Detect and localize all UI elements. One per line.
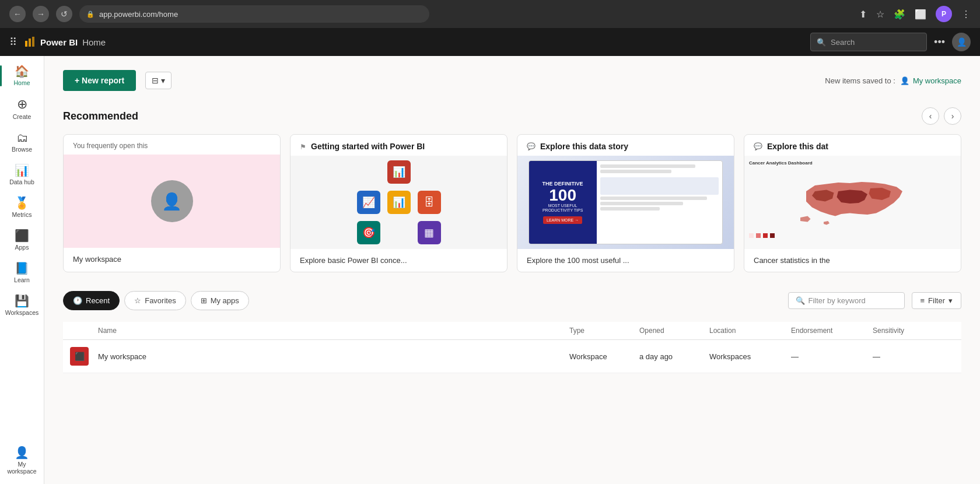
workspace-name: My workspace <box>913 76 961 85</box>
forward-button[interactable]: → <box>33 6 49 22</box>
browser-chrome: ← → ↺ 🔒 app.powerbi.com/home ⬆ ☆ 🧩 ⬜ P ⋮ <box>0 0 980 28</box>
sidebar-item-create[interactable]: ⊕ Create <box>2 93 42 125</box>
filter-group: 🔍 Filter by keyword ≡ Filter ▾ <box>788 292 961 309</box>
main-layout: 🏠 Home ⊕ Create 🗂 Browse 📊 Data hub 🏅 Me… <box>0 56 980 484</box>
sidebar-label-myworkspace: My workspace <box>5 461 40 475</box>
browser-actions: ⬆ ☆ 🧩 ⬜ P ⋮ <box>859 6 971 22</box>
pbi-icons-thumbnail: 📊 📈 📊 🗄 🎯 ▦ <box>290 156 507 249</box>
svg-rect-2 <box>32 37 34 47</box>
row-endorsement: — <box>791 352 873 361</box>
bookmark-icon[interactable]: ☆ <box>876 9 884 20</box>
card-title-cancer: Cancer statistics in the <box>744 249 961 272</box>
browser-profile-avatar[interactable]: P <box>936 6 952 22</box>
tab-recent[interactable]: 🕐 Recent <box>63 291 120 310</box>
layout-chevron-icon: ▾ <box>161 76 165 85</box>
story-doc: THE DEFINITIVE 100 MOST USEFULPRODUCTIVI… <box>528 160 723 244</box>
browser-menu-icon[interactable]: ⋮ <box>961 9 971 20</box>
sidebar-item-myworkspace[interactable]: 👤 My workspace <box>2 442 42 479</box>
apps-icon: ⬛ <box>15 230 29 241</box>
col-header-sensitivity: Sensitivity <box>873 327 954 335</box>
sidebar-label-workspaces: Workspaces <box>5 309 39 316</box>
card-cancer-stats[interactable]: 💬 Explore this dat Cancer Analytics Dash… <box>744 134 961 272</box>
page-name: Home <box>82 37 106 47</box>
search-icon: 🔍 <box>817 38 826 47</box>
app-brand: Power BI Home <box>24 36 106 48</box>
card-tag-text-story: Explore this data story <box>540 142 628 151</box>
pbi-data-icon: 🗄 <box>418 191 441 214</box>
main-content: + New report ⊟ ▾ New items saved to : 👤 … <box>44 56 980 484</box>
cancer-thumb-bg: Cancer Analytics Dashboard <box>744 156 961 249</box>
filter-search-input[interactable]: 🔍 Filter by keyword <box>788 292 905 309</box>
col-header-location: Location <box>709 327 791 335</box>
person-silhouette-icon: 👤 <box>162 192 182 211</box>
col-header-endorsement: Endorsement <box>791 327 873 335</box>
workspaces-icon: 💾 <box>15 295 29 307</box>
sidebar-item-metrics[interactable]: 🏅 Metrics <box>2 192 42 223</box>
card-my-workspace[interactable]: You frequently open this 👤 My workspace <box>63 134 281 272</box>
layout-toggle-button[interactable]: ⊟ ▾ <box>145 72 172 89</box>
saved-to-area: New items saved to : 👤 My workspace <box>825 76 961 85</box>
layout-grid-icon: ⊟ <box>152 76 159 85</box>
appbar-user-avatar[interactable]: 👤 <box>952 33 971 51</box>
favorites-star-icon: ☆ <box>134 296 141 305</box>
myapps-grid-icon: ⊞ <box>201 296 207 305</box>
pbi-report-icon: 📊 <box>387 160 411 184</box>
learn-icon: 📘 <box>15 262 29 274</box>
sidebar-item-browse[interactable]: 🗂 Browse <box>2 127 42 157</box>
pbi-icon-spacer-1 <box>357 160 380 184</box>
recommended-prev-button[interactable]: ‹ <box>922 107 939 125</box>
cancer-map-thumbnail: Cancer Analytics Dashboard <box>744 156 961 249</box>
back-button[interactable]: ← <box>9 6 26 22</box>
sidebar-item-apps[interactable]: ⬛ Apps <box>2 225 42 255</box>
sidebar-label-apps: Apps <box>15 244 29 251</box>
appbar-more-icon[interactable]: ••• <box>934 36 945 48</box>
sidebar-label-create: Create <box>13 113 32 120</box>
col-header-type: Type <box>569 327 639 335</box>
refresh-button[interactable]: ↺ <box>56 6 72 22</box>
us-map-svg <box>792 168 914 232</box>
window-icon[interactable]: ⬜ <box>915 9 926 20</box>
saved-to-workspace-link[interactable]: 👤 My workspace <box>900 76 961 85</box>
filter-label: Filter <box>928 296 945 305</box>
recommended-title: Recommended <box>63 110 138 122</box>
story-icon: 💬 <box>527 142 536 150</box>
share-icon[interactable]: ⬆ <box>859 9 867 20</box>
card-data-story[interactable]: 💬 Explore this data story THE DEFINITIVE… <box>517 134 734 272</box>
row-name: My workspace <box>98 352 569 361</box>
card-tag-text-pbi: Getting started with Power BI <box>311 142 425 151</box>
saved-to-label: New items saved to : <box>825 76 895 85</box>
new-report-button[interactable]: + New report <box>63 70 136 91</box>
sidebar-item-learn[interactable]: 📘 Learn <box>2 258 42 288</box>
tab-myapps[interactable]: ⊞ My apps <box>191 291 249 310</box>
recommended-next-button[interactable]: › <box>944 107 961 125</box>
filter-button[interactable]: ≡ Filter ▾ <box>912 292 961 309</box>
pbi-bar-icon: 📈 <box>357 191 380 214</box>
sidebar-item-datahub[interactable]: 📊 Data hub <box>2 160 42 190</box>
sidebar-item-home[interactable]: 🏠 Home <box>2 61 42 91</box>
flag-icon: ⚑ <box>300 143 306 151</box>
recommended-cards: You frequently open this 👤 My workspace … <box>63 134 961 272</box>
row-icon-cell: ⬛ <box>70 347 98 366</box>
sidebar-label-home: Home <box>13 79 30 86</box>
extension-icon[interactable]: 🧩 <box>894 9 905 20</box>
pbi-grid-icon: ▦ <box>418 221 441 244</box>
app-grid-icon[interactable]: ⠿ <box>9 36 17 48</box>
sidebar-label-browse: Browse <box>12 146 32 153</box>
myworkspace-icon: 👤 <box>15 447 29 458</box>
sidebar-item-workspaces[interactable]: 💾 Workspaces <box>2 290 42 321</box>
browse-icon: 🗂 <box>16 132 28 143</box>
workspace-thumbnail: 👤 <box>64 155 280 248</box>
search-box[interactable]: 🔍 Search <box>810 33 927 51</box>
table-row[interactable]: ⬛ My workspace Workspace a day ago Works… <box>63 340 961 373</box>
url-bar[interactable]: 🔒 app.powerbi.com/home <box>79 5 429 23</box>
pbi-goals-icon: 🎯 <box>357 221 380 244</box>
recent-clock-icon: 🕐 <box>73 296 82 305</box>
card-tag-pbi: ⚑ Getting started with Power BI <box>290 135 507 156</box>
section-nav: ‹ › <box>922 107 961 125</box>
card-getting-started[interactable]: ⚑ Getting started with Power BI 📊 📈 📊 🗄 <box>290 134 508 272</box>
pbi-column-icon: 📊 <box>387 191 411 214</box>
tab-favorites[interactable]: ☆ Favorites <box>124 291 186 310</box>
filter-search-placeholder: Filter by keyword <box>808 296 866 305</box>
tab-recent-label: Recent <box>86 296 110 305</box>
story-sidebar-col: THE DEFINITIVE 100 MOST USEFULPRODUCTIVI… <box>529 161 597 244</box>
